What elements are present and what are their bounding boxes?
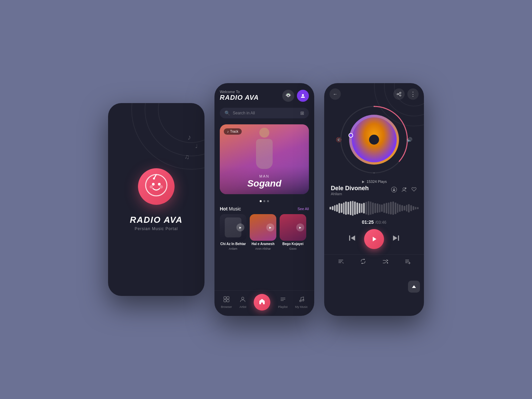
add-to-playlist-button[interactable] (401, 186, 407, 195)
home-icon (258, 298, 266, 307)
svg-marker-42 (364, 259, 365, 260)
add-queue-button[interactable] (404, 258, 411, 266)
repeat-button[interactable] (360, 258, 366, 266)
nav-playlist[interactable]: Playlist (278, 296, 288, 309)
track-name-1: Chi Az In Behtar (220, 242, 246, 246)
more-button[interactable]: ⋮ (407, 88, 419, 100)
waveform-bar-32 (401, 205, 403, 211)
splash-logo (138, 168, 175, 205)
browser-label: Browser (221, 305, 232, 309)
svg-marker-31 (362, 181, 364, 183)
splash-brand-name: RADIO AVA (130, 215, 183, 225)
waveform-bar-38 (415, 207, 417, 209)
curve-3 (131, 103, 204, 170)
screens-container: ♪ ♩ ♫ (88, 63, 444, 336)
chevron-up-icon (411, 284, 417, 289)
waveform-bar-21 (377, 203, 378, 213)
waveform-bar-9 (350, 201, 351, 215)
dot-2[interactable] (263, 200, 265, 202)
nav-artist[interactable]: Artist (239, 296, 246, 309)
back-button[interactable]: ← (330, 88, 341, 100)
svg-point-5 (150, 185, 153, 189)
featured-track-info: MAN Sogand (220, 174, 309, 189)
track-play-btn-2[interactable]: ▶ (266, 223, 274, 231)
waveform-bar-10 (352, 201, 354, 216)
track-card-1[interactable]: ▶ Chi Az In Behtar Anlam (220, 214, 246, 250)
hot-label: Hot (220, 206, 227, 211)
track-thumb-2: ▶ (250, 214, 276, 241)
album-art-container: 🔇 🔊 (337, 103, 411, 176)
time-total: /03:46 (375, 220, 386, 225)
search-bar[interactable]: 🔍 Search in All ⊞ (220, 108, 309, 118)
featured-track-title: Sogand (220, 178, 309, 189)
svg-point-6 (160, 185, 163, 189)
nav-mymusic[interactable]: My Music (295, 296, 308, 309)
volume-low-icon[interactable]: 🔇 (336, 137, 341, 142)
lyrics-button[interactable] (337, 258, 344, 266)
featured-track-subtitle: MAN (220, 174, 309, 178)
svg-marker-35 (351, 235, 355, 241)
svg-rect-13 (227, 300, 229, 302)
progress-indicator-dot[interactable] (348, 133, 353, 138)
volume-high-icon[interactable]: 🔊 (407, 137, 412, 142)
mymusic-label: My Music (295, 305, 308, 309)
like-button[interactable] (411, 186, 417, 195)
svg-point-22 (400, 95, 401, 96)
waveform-bar-11 (354, 201, 356, 215)
prev-button[interactable] (348, 234, 356, 244)
play-pause-button[interactable] (364, 229, 384, 249)
user-icon-button[interactable] (297, 90, 309, 102)
waveform-bar-26 (388, 202, 390, 214)
see-all-button[interactable]: See All (298, 207, 309, 211)
svg-point-21 (397, 93, 398, 95)
artist-label: Artist (239, 305, 246, 309)
playlist-label: Playlist (278, 305, 288, 309)
track-title: Dele Divoneh (331, 185, 391, 192)
waveform[interactable] (324, 200, 424, 216)
waveform-bar-7 (345, 201, 347, 215)
featured-track-card[interactable]: ♪ Track MAN Sogand (220, 124, 309, 194)
hot-music-header: Hot Music See All (214, 205, 314, 214)
track-artist-name: Ahllam (331, 192, 391, 196)
track-card-2[interactable]: ▶ Hal e Aramesh Aron Afshar (250, 214, 276, 250)
player-screen: ← ⋮ (324, 83, 424, 316)
scroll-up-button[interactable] (408, 281, 420, 293)
waveform-bar-3 (336, 204, 338, 212)
player-header: ← ⋮ (324, 83, 424, 103)
filter-icon[interactable]: ⊞ (300, 110, 304, 116)
next-button[interactable] (392, 234, 400, 244)
curve-1 (158, 103, 204, 143)
waveform-bar-19 (372, 202, 374, 214)
svg-rect-11 (227, 297, 229, 299)
track-play-btn-3[interactable]: ▶ (296, 223, 304, 231)
svg-rect-37 (398, 235, 399, 241)
svg-marker-44 (387, 260, 388, 261)
search-input[interactable]: Search in All (233, 111, 298, 115)
dot-3[interactable] (267, 200, 269, 202)
share-button[interactable] (393, 88, 405, 100)
album-art-image (349, 115, 399, 165)
svg-marker-45 (387, 262, 388, 264)
shuffle-button[interactable] (382, 258, 389, 266)
track-card-3[interactable]: ▶ Bego Kojayei Gsoo (280, 214, 306, 250)
waveform-bar-2 (334, 205, 336, 211)
track-name-3: Bego Kojayei (280, 242, 306, 246)
nav-home-button[interactable] (254, 294, 270, 311)
dot-1[interactable] (260, 200, 262, 202)
track-play-btn-1[interactable]: ▶ (236, 223, 244, 231)
header-brand: RADIO AVA (220, 94, 259, 101)
waveform-bar-22 (379, 204, 381, 212)
svg-point-7 (287, 95, 289, 97)
featured-person-figure (251, 128, 278, 181)
waveform-bar-37 (413, 206, 414, 210)
waveform-bar-13 (359, 203, 360, 213)
featured-track-badge: ♪ Track (224, 128, 242, 135)
svg-point-29 (373, 172, 375, 174)
radio-icon-button[interactable] (282, 90, 294, 102)
svg-marker-36 (373, 237, 376, 241)
waveform-bar-31 (399, 204, 401, 212)
waveform-bar-25 (386, 203, 387, 213)
download-button[interactable] (391, 186, 397, 195)
waveform-bar-12 (356, 202, 358, 214)
nav-browser[interactable]: Browser (221, 296, 232, 309)
